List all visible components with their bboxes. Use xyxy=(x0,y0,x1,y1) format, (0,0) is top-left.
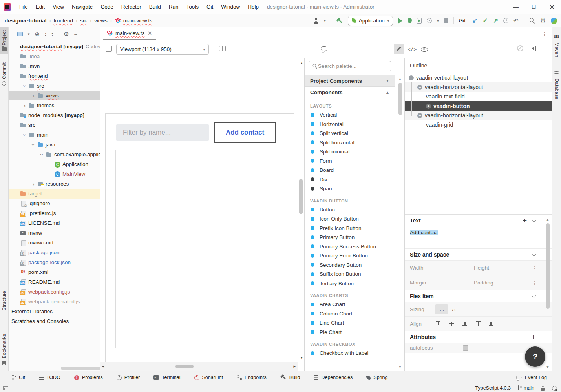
filter-text-field[interactable]: Filter by name... xyxy=(116,124,209,141)
selection-mode-icon[interactable] xyxy=(106,46,112,52)
breadcrumb-item-main-view-ts[interactable]: main-view.ts xyxy=(115,18,152,24)
tree-row-External-Libraries[interactable]: External Libraries xyxy=(9,306,100,316)
locate-file-icon[interactable] xyxy=(35,31,40,38)
height-field[interactable]: Height xyxy=(474,265,489,271)
tree-row-java[interactable]: ›java xyxy=(9,140,100,150)
palette-item-vertical[interactable]: Vertical xyxy=(305,110,404,120)
tree-row-node-modules[interactable]: node_modules [myapp] xyxy=(9,110,100,120)
open-in-window-icon[interactable] xyxy=(530,46,536,51)
run-button[interactable] xyxy=(398,18,402,24)
menu-window[interactable]: Window xyxy=(217,3,243,11)
tree-row--gitignore[interactable]: .gitignore xyxy=(9,199,100,208)
more-options-kebab-icon[interactable]: ⋮ xyxy=(532,265,538,271)
palette-item-primary-error-button[interactable]: Primary Error Button xyxy=(305,251,404,261)
menu-refactor[interactable]: Refactor xyxy=(118,3,145,11)
menu-run[interactable]: Run xyxy=(165,3,182,11)
collapse-all-icon[interactable]: ▴▾ xyxy=(51,32,53,36)
run-with-coverage-icon[interactable] xyxy=(417,18,422,24)
collapse-badge-icon[interactable]: − xyxy=(417,85,422,90)
globe-gear-icon[interactable] xyxy=(552,386,557,391)
viewport-select[interactable]: Viewport (1134 x 950) ▾ xyxy=(116,44,209,55)
project-hscrollbar[interactable] xyxy=(61,367,100,370)
outline-row-vaadin-horizontal-layout[interactable]: −vaadin-horizontal-layout xyxy=(405,82,552,92)
padding-field[interactable]: Padding xyxy=(474,280,493,286)
palette-item-line-chart[interactable]: Line Chart xyxy=(305,318,404,328)
tool-window-event-log[interactable]: Event Log xyxy=(515,375,547,380)
tree-row-src[interactable]: src xyxy=(9,120,100,130)
palette-item-split-minimal[interactable]: Split minimal xyxy=(305,147,404,157)
palette-search-input[interactable] xyxy=(318,63,387,69)
collapse-badge-icon[interactable]: − xyxy=(409,75,414,80)
build-hammer-icon[interactable] xyxy=(335,16,344,25)
add-icon[interactable]: + xyxy=(531,333,535,341)
palette-item-secondary-button[interactable]: Secondary Button xyxy=(305,261,404,270)
menu-help[interactable]: Help xyxy=(244,3,262,11)
project-view-icon[interactable] xyxy=(17,32,23,36)
git-branch-widget[interactable]: main xyxy=(517,385,534,391)
outline-row-vaadin-text-field[interactable]: vaadin-text-field xyxy=(405,92,552,101)
preview-mode-button[interactable] xyxy=(419,44,429,54)
tool-stripe-database[interactable]: Database xyxy=(552,69,561,102)
tree-row-README-md[interactable]: README.md xyxy=(9,277,100,287)
tree-row-com-example-applica[interactable]: ›com.example.applica xyxy=(9,150,100,159)
git-update-icon[interactable] xyxy=(472,17,477,24)
scroll-left-icon[interactable]: ◂ xyxy=(102,364,104,368)
outline-row-vaadin-grid[interactable]: vaadin-grid xyxy=(405,120,552,129)
scroll-down-icon[interactable]: ▼ xyxy=(398,365,402,369)
section-header-attributes[interactable]: Attributes + xyxy=(405,331,552,343)
tab-options-kebab-icon[interactable]: ⋮ xyxy=(542,31,548,37)
more-options-kebab-icon[interactable]: ⋮ xyxy=(532,280,538,286)
tool-stripe-structure[interactable]: Structure xyxy=(0,288,8,320)
menu-build[interactable]: Build xyxy=(146,3,164,11)
align-start-icon[interactable] xyxy=(435,321,441,327)
section-header-size[interactable]: Size and space xyxy=(405,249,552,261)
search-everywhere-icon[interactable] xyxy=(529,18,535,24)
tree-row-MainView[interactable]: MainView xyxy=(9,169,100,179)
typescript-version[interactable]: TypeScript 4.0.3 xyxy=(475,385,511,391)
tool-window-terminal[interactable]: Terminal xyxy=(153,375,180,380)
properties-scroll-thumb[interactable] xyxy=(546,223,550,309)
expand-badge-icon[interactable]: + xyxy=(426,104,431,109)
palette-header-components[interactable]: Components ▲ xyxy=(305,87,395,98)
hscroll-thumb[interactable] xyxy=(175,365,194,368)
tree-row-package-lock-json[interactable]: package-lock.json xyxy=(9,257,100,267)
palette-item-checkbox-with-label[interactable]: Checkbox with Label xyxy=(305,348,404,358)
scroll-up-icon[interactable]: ▴ xyxy=(300,61,303,65)
canvas-hscrollbar[interactable]: ◂ ▸ xyxy=(100,362,298,371)
outline-row-vaadin-button[interactable]: +vaadin-button xyxy=(405,101,552,111)
tool-stripe-bookmarks[interactable]: Bookmarks xyxy=(0,331,8,368)
palette-item-button[interactable]: Button xyxy=(305,205,404,215)
menu-code[interactable]: Code xyxy=(97,3,117,11)
tree-row-Application[interactable]: Application xyxy=(9,159,100,169)
tree-row-designer-tutorial[interactable]: designer-tutorial [myapp]C:\dev\ xyxy=(9,42,100,51)
tree-row-main[interactable]: ›main xyxy=(9,130,100,140)
tool-stripe-commit[interactable]: Commit xyxy=(0,60,8,88)
palette-item-primary-success-button[interactable]: Primary Success Button xyxy=(305,242,404,252)
tree-row-mvnw[interactable]: mvnw xyxy=(9,228,100,238)
tree-row-webpack-config-js[interactable]: webpack.config.js xyxy=(9,287,100,297)
menu-tools[interactable]: Tools xyxy=(183,3,203,11)
menu-navigate[interactable]: Navigate xyxy=(68,3,96,11)
chevron-right-icon[interactable]: › xyxy=(22,102,28,109)
palette-header-project-components[interactable]: Project Components ▼ xyxy=(305,75,395,87)
tree-row-package-json[interactable]: package.json xyxy=(9,248,100,257)
scroll-right-icon[interactable]: ▸ xyxy=(293,364,296,368)
debug-button[interactable] xyxy=(408,18,412,23)
palette-item-board[interactable]: Board xyxy=(305,166,404,175)
tool-window-endpoints[interactable]: Endpoints xyxy=(237,375,267,380)
palette-item-form[interactable]: Form xyxy=(305,157,404,166)
toolwindow-toggle-icon[interactable] xyxy=(3,386,8,390)
lock-icon[interactable] xyxy=(541,386,545,391)
design-canvas[interactable]: Filter by name... Add contact ▴ ▾ ◂ ▸ xyxy=(100,58,304,371)
tree-row-themes[interactable]: ›themes xyxy=(9,100,100,110)
outline-row-vaadin-vertical-layout[interactable]: −vaadin-vertical-layout xyxy=(405,73,552,82)
menu-edit[interactable]: Edit xyxy=(32,3,48,11)
expand-all-icon[interactable]: ▾▴ xyxy=(45,32,46,36)
tool-window-dependencies[interactable]: Dependencies xyxy=(314,375,353,380)
palette-item-div[interactable]: Div xyxy=(305,175,404,184)
code-mode-button[interactable] xyxy=(407,44,417,54)
tree-row-target[interactable]: target xyxy=(9,189,100,199)
text-property-input[interactable]: Add contact xyxy=(405,226,552,249)
outline-row-vaadin-horizontal-layout[interactable]: −vaadin-horizontal-layout xyxy=(405,111,552,120)
maximize-icon[interactable]: ☐ xyxy=(525,0,543,14)
